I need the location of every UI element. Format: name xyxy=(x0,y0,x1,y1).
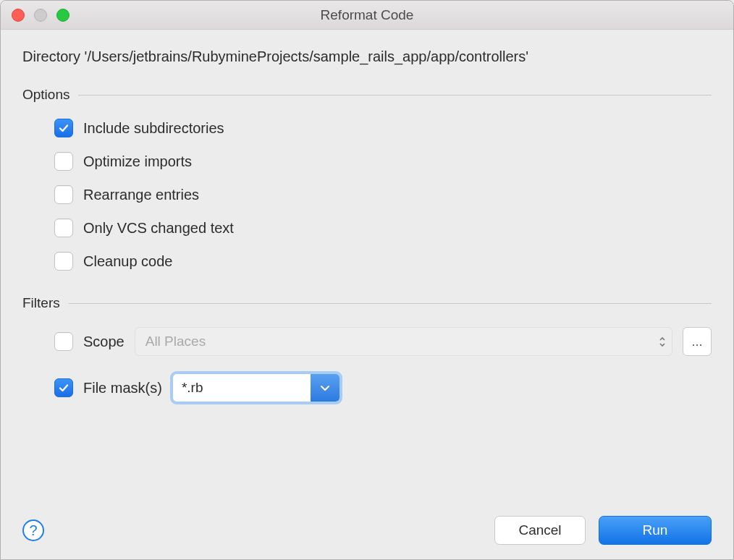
divider xyxy=(69,303,712,304)
checkbox-unchecked-icon[interactable] xyxy=(54,152,73,171)
option-label: Include subdirectories xyxy=(83,120,224,137)
filemask-combobox[interactable]: *.rb xyxy=(172,373,340,402)
directory-path: Directory '/Users/jetbrains/RubymineProj… xyxy=(22,48,712,65)
maximize-icon[interactable] xyxy=(56,9,69,22)
filters-label: Filters xyxy=(22,295,60,311)
scope-browse-button[interactable]: ... xyxy=(683,327,712,356)
option-rearrange-entries[interactable]: Rearrange entries xyxy=(54,185,712,204)
scope-value: All Places xyxy=(145,334,206,349)
filemask-checkbox[interactable] xyxy=(54,378,73,397)
filemask-label: File mask(s) xyxy=(83,380,162,396)
option-cleanup-code[interactable]: Cleanup code xyxy=(54,252,712,271)
option-label: Cleanup code xyxy=(83,253,172,270)
divider xyxy=(78,95,712,96)
filemask-row: File mask(s) *.rb xyxy=(22,373,712,402)
dialog-content: Directory '/Users/jetbrains/RubymineProj… xyxy=(1,30,733,559)
window-title: Reformat Code xyxy=(321,7,414,23)
option-optimize-imports[interactable]: Optimize imports xyxy=(54,152,712,171)
option-only-vcs-changed[interactable]: Only VCS changed text xyxy=(54,219,712,237)
titlebar[interactable]: Reformat Code xyxy=(1,1,733,30)
chevron-down-icon[interactable] xyxy=(311,374,339,402)
help-button[interactable]: ? xyxy=(22,519,44,541)
scope-select[interactable]: All Places xyxy=(135,327,672,356)
run-button[interactable]: Run xyxy=(599,516,712,545)
checkbox-unchecked-icon[interactable] xyxy=(54,185,73,204)
reformat-code-dialog: Reformat Code Directory '/Users/jetbrain… xyxy=(0,0,734,560)
scope-label: Scope xyxy=(83,334,125,350)
minimize-icon xyxy=(34,9,47,22)
options-header: Options xyxy=(22,87,712,103)
stepper-icon xyxy=(659,336,666,347)
scope-checkbox[interactable] xyxy=(54,332,73,351)
scope-row: Scope All Places ... xyxy=(22,327,712,356)
options-list: Include subdirectories Optimize imports … xyxy=(22,119,712,271)
options-label: Options xyxy=(22,87,69,103)
checkbox-checked-icon[interactable] xyxy=(54,119,73,137)
dialog-footer: ? Cancel Run xyxy=(22,516,712,545)
filters-header: Filters xyxy=(22,295,712,311)
help-icon: ? xyxy=(29,522,37,539)
checkbox-unchecked-icon[interactable] xyxy=(54,252,73,271)
filemask-input[interactable]: *.rb xyxy=(173,374,311,402)
checkbox-unchecked-icon[interactable] xyxy=(54,219,73,237)
traffic-lights xyxy=(12,9,69,22)
close-icon[interactable] xyxy=(12,9,25,22)
option-label: Rearrange entries xyxy=(83,187,199,203)
cancel-button[interactable]: Cancel xyxy=(494,516,586,545)
option-label: Optimize imports xyxy=(83,153,192,170)
option-include-subdirectories[interactable]: Include subdirectories xyxy=(54,119,712,137)
option-label: Only VCS changed text xyxy=(83,220,234,237)
